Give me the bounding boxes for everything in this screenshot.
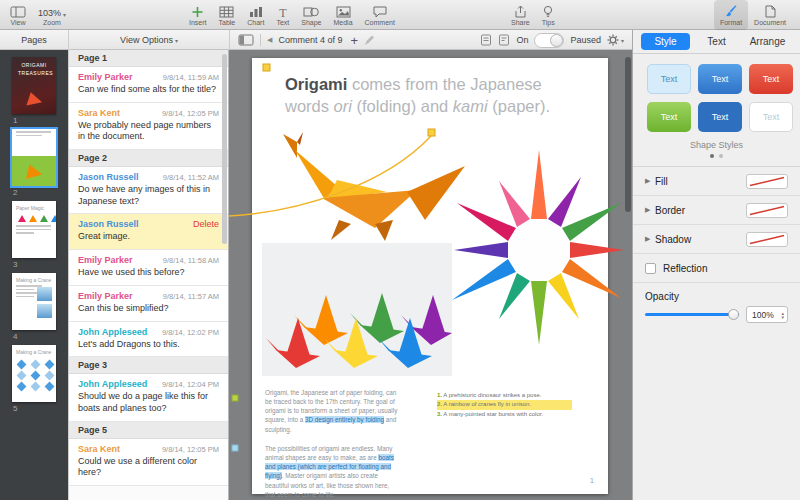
- page-number: 1: [590, 477, 594, 484]
- page-thumbnail-5[interactable]: Making a Crane 5: [12, 345, 68, 413]
- opacity-value-stepper[interactable]: 100% ▴▾: [746, 306, 788, 323]
- page-thumbnail-2[interactable]: 2: [12, 129, 68, 197]
- thumb-title: Making a Crane: [16, 349, 52, 355]
- shape-style-preset-1[interactable]: Text: [647, 64, 691, 94]
- svg-text:T: T: [279, 6, 287, 18]
- comment-time: 9/8/14, 11:57 AM: [163, 292, 219, 301]
- comment-item[interactable]: Sara Kent9/8/14, 12:05 PM Could we use a…: [69, 439, 228, 486]
- format-button[interactable]: Format: [714, 0, 748, 30]
- delete-comment-button[interactable]: Delete: [193, 219, 219, 229]
- comment-text: Have we used this before?: [78, 267, 219, 279]
- slider-knob[interactable]: [728, 309, 739, 320]
- stepper-arrows-icon[interactable]: ▴▾: [781, 311, 784, 319]
- document-heading: Origami comes from the Japanese words or…: [285, 74, 583, 118]
- shape-style-preset-5[interactable]: Text: [698, 102, 742, 132]
- tips-button[interactable]: Tips: [536, 0, 561, 30]
- comments-pane-icon[interactable]: [480, 34, 492, 46]
- comment-button[interactable]: Comment: [359, 0, 401, 30]
- style-pagination-dots[interactable]: [633, 154, 800, 158]
- shape-button[interactable]: Shape: [295, 0, 327, 30]
- page-thumbnail-4[interactable]: Making a Crane 4: [12, 273, 68, 341]
- chevron-down-icon: ▾: [621, 37, 624, 44]
- divider: [260, 34, 261, 46]
- view-button[interactable]: View: [4, 0, 32, 30]
- opacity-slider[interactable]: [645, 308, 739, 321]
- view-options-label: View Options: [120, 35, 173, 45]
- comment-text: Can we find some alts for the title?: [78, 84, 219, 96]
- insert-button[interactable]: Insert: [183, 0, 213, 30]
- comment-text: Do we have any images of this in Japanes…: [78, 184, 219, 207]
- changes-pane-icon[interactable]: [498, 34, 510, 46]
- previous-comment-button[interactable]: ◀: [267, 36, 272, 44]
- sidebar-toggle-button[interactable]: [238, 34, 254, 46]
- comment-author: Sara Kent: [78, 444, 120, 454]
- sidebar-panel-icon: [238, 34, 254, 46]
- shadow-label: Shadow: [655, 234, 746, 245]
- share-label: Share: [511, 19, 530, 26]
- comment-group-header: Page 2: [69, 150, 228, 167]
- header-strip: Pages View Options▾ ◀ Comment 4 of 9 + O…: [0, 30, 632, 50]
- view-label: View: [10, 19, 25, 26]
- shape-style-preset-3[interactable]: Text: [749, 64, 793, 94]
- page-number-label: 5: [13, 404, 68, 413]
- tab-style[interactable]: Style: [641, 33, 690, 50]
- zoom-control[interactable]: 103%▾ Zoom: [32, 0, 72, 30]
- body-paragraph-1: Origami, the Japanese art of paper foldi…: [265, 388, 398, 434]
- comment-time: 9/8/14, 11:59 AM: [163, 73, 219, 82]
- text-button[interactable]: T Text: [270, 0, 295, 30]
- table-button[interactable]: Table: [213, 0, 242, 30]
- share-button[interactable]: Share: [505, 0, 536, 30]
- comment-text: We probably need page numbers in the doc…: [78, 120, 219, 143]
- comment-item[interactable]: Jason Russell9/8/14, 11:52 AM Do we have…: [69, 167, 228, 214]
- fill-section-row[interactable]: ▶ Fill: [633, 167, 800, 196]
- comment-item[interactable]: Emily Parker9/8/14, 11:57 AM Can this be…: [69, 286, 228, 322]
- heading-bold: Origami: [285, 75, 347, 93]
- comment-author: Emily Parker: [78, 291, 133, 301]
- plus-icon: [191, 4, 204, 18]
- view-options-button[interactable]: View Options▾: [68, 30, 229, 50]
- comment-text: Can this be simplified?: [78, 303, 219, 315]
- fill-swatch[interactable]: [746, 174, 788, 189]
- insert-label: Insert: [189, 19, 207, 26]
- comment-item-selected[interactable]: Jason RussellDelete Great image.: [69, 214, 228, 250]
- origami-star-image[interactable]: [447, 130, 632, 370]
- border-section-row[interactable]: ▶ Border: [633, 196, 800, 225]
- comment-item[interactable]: John Appleseed9/8/14, 12:02 PM Let's add…: [69, 322, 228, 358]
- page-thumbnail-1[interactable]: ORIGAMI TREASURES 1: [12, 57, 68, 125]
- comment-item[interactable]: Sara Kent9/8/14, 12:05 PM We probably ne…: [69, 103, 228, 150]
- origami-dragon-image[interactable]: [267, 128, 472, 243]
- tab-text[interactable]: Text: [692, 33, 741, 50]
- comment-text: Let's add Dragons to this.: [78, 339, 219, 351]
- document-canvas[interactable]: Origami comes from the Japanese words or…: [229, 50, 632, 500]
- tracking-options-button[interactable]: ▾: [607, 34, 624, 46]
- border-swatch[interactable]: [746, 203, 788, 218]
- shape-style-preset-6[interactable]: Text: [749, 102, 793, 132]
- chart-button[interactable]: Chart: [241, 0, 270, 30]
- tracking-toggle[interactable]: [534, 33, 564, 48]
- smart-annotation-highlight: 3D design entirely by folding: [305, 416, 384, 423]
- origami-birds-row: [18, 215, 56, 222]
- media-button[interactable]: Media: [327, 0, 358, 30]
- comment-item[interactable]: Emily Parker9/8/14, 11:58 AM Have we use…: [69, 250, 228, 286]
- shape-style-preset-4[interactable]: Text: [647, 102, 691, 132]
- shadow-section-row[interactable]: ▶ Shadow: [633, 225, 800, 254]
- comment-item[interactable]: John Appleseed9/8/14, 12:04 PM Should we…: [69, 374, 228, 421]
- tips-label: Tips: [542, 19, 555, 26]
- shape-style-preset-2[interactable]: Text: [698, 64, 742, 94]
- comments-scrollbar[interactable]: [222, 54, 227, 244]
- origami-crane-shape: [24, 90, 42, 105]
- format-label: Format: [720, 19, 742, 26]
- origami-cranes-image[interactable]: [262, 243, 452, 376]
- shadow-swatch[interactable]: [746, 232, 788, 247]
- paragraph-text: The possibilities of origami are endless…: [265, 445, 392, 461]
- comment-author: Sara Kent: [78, 108, 120, 118]
- document-button[interactable]: Document: [748, 0, 792, 30]
- add-comment-button[interactable]: +: [350, 33, 358, 48]
- reflection-checkbox[interactable]: [645, 263, 656, 274]
- thumb-title: Paper Magic: [16, 205, 52, 211]
- edit-comment-button[interactable]: [364, 35, 375, 46]
- tab-arrange[interactable]: Arrange: [743, 33, 792, 50]
- comment-item[interactable]: Emily Parker9/8/14, 11:59 AM Can we find…: [69, 67, 228, 103]
- page-thumbnail-3[interactable]: Paper Magic 3: [12, 201, 68, 269]
- comment-label: Comment: [365, 19, 395, 26]
